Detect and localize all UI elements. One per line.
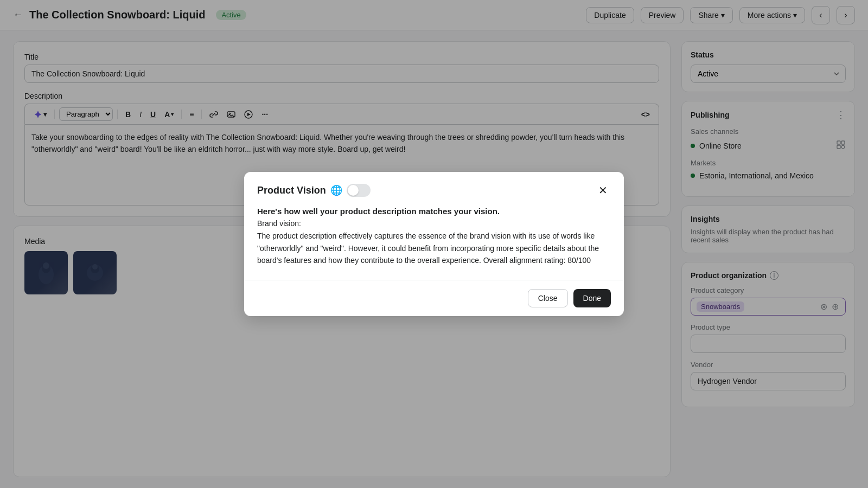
modal-footer: Close Done [244,280,624,316]
modal-overlay[interactable]: Product Vision 🌐 ✕ Here's how well your … [0,0,868,488]
modal-main-text: Here's how well your product description… [257,207,611,216]
modal-close-button[interactable]: Close [528,289,568,307]
product-vision-modal: Product Vision 🌐 ✕ Here's how well your … [244,172,624,316]
modal-toggle[interactable] [347,184,371,197]
modal-title: Product Vision [257,185,326,196]
modal-icon: 🌐 [330,184,342,196]
modal-toggle-thumb [348,185,359,196]
modal-header: Product Vision 🌐 ✕ [244,172,624,207]
modal-body: Here's how well your product description… [244,207,624,279]
modal-body-text: The product description effectively capt… [257,230,611,266]
modal-done-button[interactable]: Done [573,289,611,307]
modal-brand-label: Brand vision: [257,219,611,228]
modal-close-x-button[interactable]: ✕ [595,183,611,198]
